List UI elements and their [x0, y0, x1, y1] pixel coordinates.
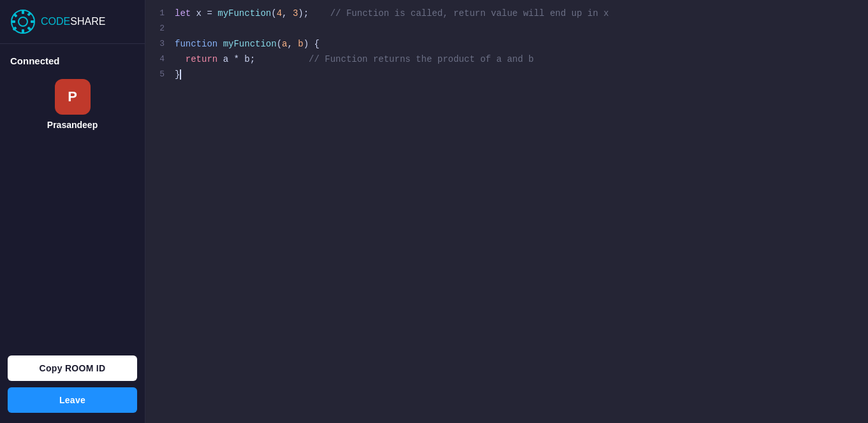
connected-label: Connected [0, 44, 70, 74]
sidebar: CODESHARE Connected P Prasandeep Copy RO… [0, 0, 145, 423]
line-number: 3 [145, 37, 165, 51]
token-fn-name: myFunction [223, 39, 277, 49]
token-comment: // Function is called, return value will… [330, 8, 609, 18]
cursor [180, 69, 181, 80]
line-content: function myFunction(a, b) { [175, 37, 320, 52]
code-line: 3function myFunction(a, b) { [145, 37, 868, 52]
token-punct: , [282, 8, 293, 18]
svg-rect-3 [22, 29, 24, 33]
token-punct: , [287, 39, 298, 49]
token-punct: ( [277, 39, 282, 49]
logo-text: CODESHARE [41, 16, 105, 27]
token-var-name [309, 8, 330, 18]
svg-point-1 [18, 17, 27, 26]
token-punct: } [175, 69, 180, 80]
code-line: 4 return a * b; // Function returns the … [145, 52, 868, 68]
token-punct: ) { [304, 39, 320, 49]
bottom-buttons: Copy ROOM ID Leave [0, 355, 145, 423]
user-section: P Prasandeep [0, 74, 145, 135]
code-line: 5} [145, 68, 868, 83]
line-content: return a * b; // Function returns the pr… [175, 52, 534, 68]
copy-room-id-button[interactable]: Copy ROOM ID [8, 355, 137, 381]
line-number: 2 [145, 22, 165, 36]
line-number: 1 [145, 6, 165, 20]
svg-rect-2 [22, 10, 24, 14]
token-punct: ); [298, 8, 309, 18]
token-var-name [212, 8, 217, 18]
code-line: 1let x = myFunction(4, 3); // Function i… [145, 6, 868, 22]
token-var-name: a [217, 54, 233, 64]
token-comment: // Function returns the product of a and… [309, 54, 534, 64]
token-op: * [233, 54, 239, 64]
code-editor[interactable]: 1let x = myFunction(4, 3); // Function i… [145, 0, 868, 423]
username: Prasandeep [47, 120, 98, 130]
line-content: } [175, 68, 181, 83]
logo-area: CODESHARE [0, 0, 145, 43]
leave-button[interactable]: Leave [8, 387, 137, 413]
svg-rect-7 [27, 11, 31, 16]
logo-code: CODE [41, 16, 70, 27]
token-var-name [255, 54, 309, 64]
svg-rect-6 [13, 13, 17, 17]
token-kw-let: let [175, 8, 191, 18]
token-kw-function: function [175, 39, 217, 49]
svg-rect-5 [31, 20, 34, 23]
token-punct: ( [271, 8, 276, 18]
logo-share: SHARE [70, 16, 105, 27]
logo-icon [10, 9, 36, 34]
line-number: 5 [145, 68, 165, 82]
token-kw-return: return [186, 54, 217, 64]
code-line: 2 [145, 22, 868, 37]
token-op: = [207, 8, 212, 18]
token-var-name [175, 54, 186, 64]
line-content: let x = myFunction(4, 3); // Function is… [175, 6, 609, 22]
token-num: 4 [277, 8, 282, 18]
token-var-name: b; [239, 54, 255, 64]
token-var-name: x [191, 8, 207, 18]
avatar: P [55, 79, 91, 115]
svg-rect-4 [11, 20, 15, 23]
token-param: b [298, 39, 303, 49]
token-fn-name: myFunction [217, 8, 271, 18]
line-number: 4 [145, 52, 165, 66]
token-var-name [217, 39, 223, 49]
